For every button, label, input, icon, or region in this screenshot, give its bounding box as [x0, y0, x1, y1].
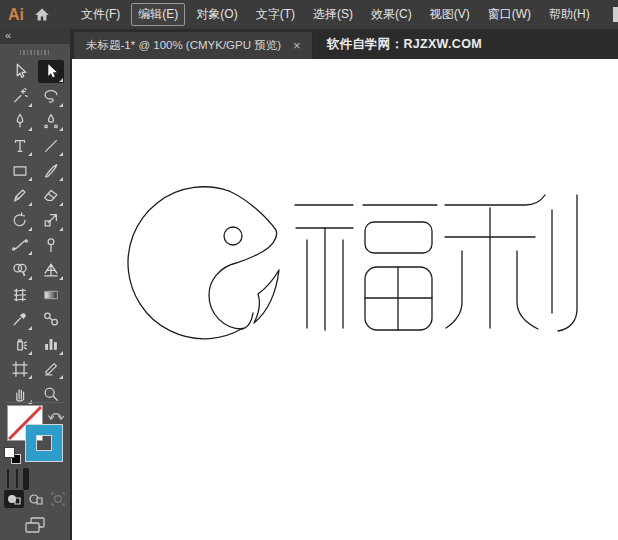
document-tab-bar: 未标题-1* @ 100% (CMYK/GPU 预览) × 软件自学网：RJZX…: [70, 29, 618, 59]
scale-icon: [42, 211, 60, 229]
blend-icon: [42, 310, 60, 328]
menu-item-V[interactable]: 视图(V): [423, 3, 477, 26]
fu-character[interactable]: [295, 205, 437, 330]
paintbrush-icon: [42, 162, 60, 180]
tool-rotate[interactable]: [7, 209, 33, 232]
li-stroke: [446, 251, 462, 328]
column-graph-icon: [42, 335, 60, 353]
tool-slice[interactable]: [38, 357, 64, 380]
tool-puppet-warp[interactable]: [38, 233, 64, 256]
rotate-icon: [11, 211, 29, 229]
collapse-panel-icon[interactable]: «: [5, 29, 11, 41]
paint-color-button[interactable]: [5, 468, 11, 490]
tool-eyedropper[interactable]: [7, 308, 33, 331]
tool-paintbrush[interactable]: [38, 159, 64, 182]
watermark-site-label: 软件自学网：RJZXW.COM: [327, 36, 482, 53]
default-fill-stroke-icon[interactable]: [5, 448, 20, 463]
artboard-canvas[interactable]: [70, 59, 618, 540]
flyout-indicator: [59, 78, 63, 82]
flyout-indicator: [28, 227, 32, 231]
fish-circle-outline: [128, 187, 243, 339]
puppet-warp-icon: [42, 236, 60, 254]
tool-shape-builder[interactable]: [7, 258, 33, 281]
flyout-indicator: [28, 103, 32, 107]
lasso-icon: [42, 87, 60, 105]
flyout-indicator: [59, 227, 63, 231]
panel-header: «: [0, 29, 70, 44]
flyout-indicator: [28, 375, 32, 379]
tool-pen[interactable]: [7, 109, 33, 132]
tool-mesh[interactable]: [7, 283, 33, 306]
tool-artboard[interactable]: [7, 357, 33, 380]
paint-none-button[interactable]: [23, 468, 29, 490]
menu-item-T[interactable]: 文字(T): [249, 3, 302, 26]
draw-normal-button[interactable]: [4, 490, 24, 508]
fish-tail-fin: [254, 270, 279, 323]
flyout-indicator: [28, 326, 32, 330]
draw-inside-button[interactable]: [48, 490, 68, 508]
flyout-indicator: [28, 202, 32, 206]
fish-logo[interactable]: [128, 187, 279, 339]
fu-mouth-box: [365, 222, 432, 253]
home-icon[interactable]: [34, 5, 50, 25]
tool-type[interactable]: [7, 134, 33, 157]
tool-rectangle[interactable]: [7, 159, 33, 182]
shape-builder-icon: [11, 261, 29, 279]
tool-lasso[interactable]: [38, 85, 64, 108]
tool-curvature[interactable]: [38, 109, 64, 132]
flyout-indicator: [59, 351, 63, 355]
tool-selection[interactable]: [7, 60, 33, 83]
document-tab[interactable]: 未标题-1* @ 100% (CMYK/GPU 预览) ×: [74, 32, 313, 59]
rectangle-icon: [11, 162, 29, 180]
line-segment-icon: [42, 137, 60, 155]
eyedropper-icon: [11, 310, 29, 328]
screen-mode-icon[interactable]: [23, 516, 47, 534]
stroke-swatch[interactable]: [26, 425, 62, 461]
menu-item-F[interactable]: 文件(F): [74, 3, 127, 26]
hand-icon: [11, 385, 29, 403]
menu-item-W[interactable]: 窗口(W): [481, 3, 538, 26]
tools-grid: [4, 59, 66, 406]
tool-gradient[interactable]: [38, 283, 64, 306]
menu-item-S[interactable]: 选择(S): [306, 3, 360, 26]
tab-close-icon[interactable]: ×: [291, 39, 303, 52]
symbol-sprayer-icon: [11, 335, 29, 353]
draw-behind-button[interactable]: [26, 490, 46, 508]
tool-perspective-grid[interactable]: [38, 258, 64, 281]
selection-icon: [11, 62, 29, 80]
tool-eraser[interactable]: [38, 184, 64, 207]
zoom-icon: [42, 385, 60, 403]
menu-bar: Ai 文件(F)编辑(E)对象(O)文字(T)选择(S)效果(C)视图(V)窗口…: [0, 0, 618, 29]
menu-list: 文件(F)编辑(E)对象(O)文字(T)选择(S)效果(C)视图(V)窗口(W)…: [74, 3, 597, 26]
none-fill-icon: [25, 469, 27, 488]
menu-item-E[interactable]: 编辑(E): [131, 3, 185, 26]
tool-width[interactable]: [7, 233, 33, 256]
flyout-indicator: [59, 276, 63, 280]
tool-pencil[interactable]: [7, 184, 33, 207]
menu-item-H[interactable]: 帮助(H): [542, 3, 597, 26]
menu-item-C[interactable]: 效果(C): [364, 3, 419, 26]
li-character[interactable]: [445, 195, 577, 331]
tool-line-segment[interactable]: [38, 134, 64, 157]
panel-drag-handle[interactable]: [20, 50, 50, 55]
document-tab-title: 未标题-1* @ 100% (CMYK/GPU 预览): [86, 38, 281, 53]
direct-selection-icon: [42, 62, 60, 80]
tool-column-graph[interactable]: [38, 333, 64, 356]
fish-eye: [224, 227, 242, 245]
tool-magic-wand[interactable]: [7, 85, 33, 108]
gradient-fill-icon: [16, 469, 18, 488]
tool-symbol-sprayer[interactable]: [7, 333, 33, 356]
tool-scale[interactable]: [38, 209, 64, 232]
swap-fill-stroke-icon[interactable]: [48, 407, 64, 419]
pencil-icon: [11, 186, 29, 204]
menu-item-O[interactable]: 对象(O): [189, 3, 244, 26]
paint-gradient-button[interactable]: [14, 468, 20, 490]
drawing-modes-row: [4, 490, 68, 508]
tool-blend[interactable]: [38, 308, 64, 331]
artboard-icon: [11, 360, 29, 378]
tool-direct-selection[interactable]: [38, 60, 64, 83]
flyout-indicator: [28, 276, 32, 280]
slice-icon: [42, 360, 60, 378]
pen-icon: [11, 112, 29, 130]
flyout-indicator: [59, 127, 63, 131]
